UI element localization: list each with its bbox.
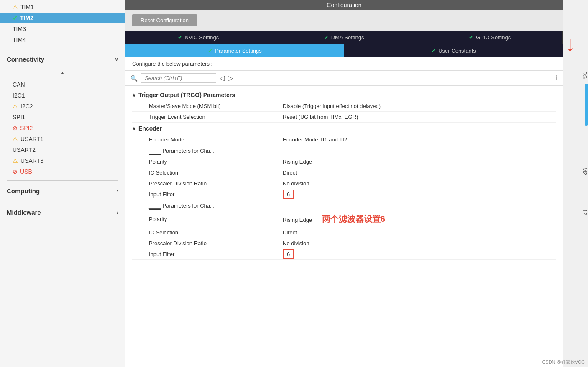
- param-row-ch2-ic: IC Selection Direct: [132, 227, 556, 238]
- sidebar-item-USART2[interactable]: USART2: [0, 144, 125, 155]
- search-input[interactable]: [141, 73, 216, 83]
- check-icon-dma: ✔: [324, 34, 329, 41]
- chevron-right-icon-computing: ›: [117, 188, 118, 194]
- tab-parameter-settings[interactable]: ✔ Parameter Settings: [125, 44, 344, 57]
- nav-next-button[interactable]: ▷: [228, 74, 233, 82]
- middleware-header[interactable]: Middleware ›: [0, 204, 125, 221]
- tes-name: Trigger Event Selection: [149, 114, 283, 120]
- sidebar-item-SPI1[interactable]: SPI1: [0, 112, 125, 123]
- sidebar-item-USART3[interactable]: ⚠ USART3: [0, 155, 125, 166]
- encoder-title: Encoder: [138, 125, 162, 132]
- right-panel: DS ↓ M2 12: [563, 0, 588, 367]
- encoder-mode-name: Encoder Mode: [149, 136, 283, 143]
- sidebar-item-USART1[interactable]: ⚠ USART1: [0, 133, 125, 144]
- warn-icon: ⚠: [13, 4, 18, 10]
- tab-params-label: Parameter Settings: [215, 48, 261, 54]
- scrollbar-thumb[interactable]: [585, 84, 588, 126]
- sidebar-item-TIM1[interactable]: ⚠ TIM1: [0, 2, 125, 13]
- ch2-ic-value: Direct: [283, 229, 556, 236]
- warn-icon-usart3: ⚠: [13, 157, 18, 164]
- config-title: Configuration: [327, 2, 361, 8]
- sidebar-item-TIM2[interactable]: ✔ TIM2: [0, 13, 125, 23]
- tabs-row2: ✔ Parameter Settings ✔ User Constants: [125, 44, 563, 57]
- timer-list: ⚠ TIM1 ✔ TIM2 TIM3 TIM4: [0, 0, 125, 47]
- computing-label: Computing: [7, 187, 40, 195]
- connectivity-label: Connectivity: [7, 56, 44, 63]
- tim2-label: TIM2: [20, 15, 33, 21]
- param-row-ch2-filter: Input Filter 6: [132, 249, 556, 260]
- sidebar-item-TIM4[interactable]: TIM4: [0, 34, 125, 45]
- tim1-label: TIM1: [20, 4, 34, 10]
- info-icon: ℹ: [555, 74, 558, 82]
- right-label-m2: M2: [582, 167, 588, 175]
- connectivity-list: CAN I2C1 ⚠ I2C2 SPI1 ⊘ SPI2 ⚠ USART1 USA…: [0, 77, 125, 179]
- param-row-ch2-polarity: Polarity Rising Edge 两个滤波器设置6: [132, 211, 556, 227]
- check-icon: ✔: [13, 15, 18, 21]
- tab-gpio[interactable]: ✔ GPIO Settings: [417, 31, 563, 44]
- encoder-section-header[interactable]: ∨ Encoder: [132, 123, 556, 134]
- nav-prev-button[interactable]: ◁: [220, 74, 225, 82]
- trgo-section-header[interactable]: ∨ Trigger Output (TRGO) Parameters: [132, 89, 556, 101]
- ch1-polarity-name: Polarity: [149, 159, 283, 165]
- spi2-label: SPI2: [20, 125, 33, 131]
- tab-gpio-label: GPIO Settings: [476, 34, 511, 41]
- ch2-polarity-value: Rising Edge 两个滤波器设置6: [283, 213, 556, 225]
- watermark: CSDN @好家伙VCC: [542, 359, 585, 365]
- tab-user-constants[interactable]: ✔ User Constants: [344, 44, 563, 57]
- search-icon: 🔍: [130, 75, 138, 82]
- ch1-ic-name: IC Selection: [149, 169, 283, 176]
- annotation-text: 两个滤波器设置6: [322, 214, 385, 223]
- tab-dma[interactable]: ✔ DMA Settings: [271, 31, 417, 44]
- ch2-pdr-value: No division: [283, 240, 556, 246]
- sidebar-item-SPI2[interactable]: ⊘ SPI2: [0, 123, 125, 133]
- right-label-ds: DS: [582, 71, 588, 79]
- sidebar-item-I2C2[interactable]: ⚠ I2C2: [0, 101, 125, 112]
- tab-dma-label: DMA Settings: [331, 34, 364, 41]
- param-row-tes: Trigger Event Selection Reset (UG bit fr…: [132, 112, 556, 123]
- check-icon-nvic: ✔: [178, 34, 182, 41]
- param-row-ch1-ic: IC Selection Direct: [132, 167, 556, 178]
- warn-icon-usart1: ⚠: [13, 136, 18, 142]
- ch1-sub-label: ____: [149, 148, 161, 155]
- search-bar: 🔍 ◁ ▷ ℹ: [125, 71, 563, 86]
- ch1-ic-value: Direct: [283, 169, 556, 176]
- param-row-msm: Master/Slave Mode (MSM bit) Disable (Tri…: [132, 101, 556, 112]
- reset-config-button[interactable]: Reset Configuration: [132, 14, 197, 26]
- scroll-up-arrow[interactable]: ▲: [0, 68, 125, 77]
- divider3: [7, 202, 118, 202]
- ch2-filter-box[interactable]: 6: [283, 249, 294, 259]
- param-row-ch1-pdr: Prescaler Division Ratio No division: [132, 178, 556, 189]
- msm-name: Master/Slave Mode (MSM bit): [149, 103, 283, 109]
- sidebar-item-USB[interactable]: ⊘ USB: [0, 166, 125, 177]
- config-header: Configuration: [125, 0, 563, 10]
- connectivity-header[interactable]: Connectivity ∨: [0, 51, 125, 68]
- sidebar: ⚠ TIM1 ✔ TIM2 TIM3 TIM4 Connectivity ∨ ▲…: [0, 0, 125, 367]
- usart3-label: USART3: [20, 157, 43, 164]
- spi1-label: SPI1: [13, 114, 25, 121]
- check-icon-params: ✔: [208, 48, 212, 54]
- ch2-sub-text: Parameters for Cha...: [163, 203, 215, 209]
- sidebar-item-TIM3[interactable]: TIM3: [0, 23, 125, 34]
- ch1-filter-box[interactable]: 6: [283, 190, 294, 199]
- usart1-label: USART1: [20, 136, 43, 142]
- msm-value: Disable (Trigger input effect not delaye…: [283, 103, 556, 109]
- ch2-ic-name: IC Selection: [149, 229, 283, 236]
- encoder-mode-value: Encoder Mode TI1 and TI2: [283, 136, 556, 143]
- usb-label: USB: [20, 168, 32, 175]
- param-row-ch1-filter: Input Filter 6: [132, 189, 556, 200]
- ch2-polarity-name: Polarity: [149, 216, 283, 222]
- check-icon-gpio: ✔: [469, 34, 473, 41]
- warn-icon-i2c2: ⚠: [13, 103, 18, 110]
- sidebar-item-I2C1[interactable]: I2C1: [0, 90, 125, 101]
- param-row-encoder-mode: Encoder Mode Encoder Mode TI1 and TI2: [132, 134, 556, 145]
- computing-header[interactable]: Computing ›: [0, 182, 125, 200]
- tab-nvic[interactable]: ✔ NVIC Settings: [125, 31, 271, 44]
- divider: [7, 49, 118, 49]
- ch2-filter-value: 6: [283, 251, 556, 257]
- ch2-polarity-text: Rising Edge: [283, 217, 312, 223]
- ch2-sub-header: ____ Parameters for Cha...: [132, 200, 556, 211]
- trgo-title: Trigger Output (TRGO) Parameters: [138, 92, 235, 98]
- sidebar-item-CAN[interactable]: CAN: [0, 79, 125, 90]
- ch2-filter-name: Input Filter: [149, 251, 283, 257]
- chevron-down-icon-encoder: ∨: [132, 126, 136, 131]
